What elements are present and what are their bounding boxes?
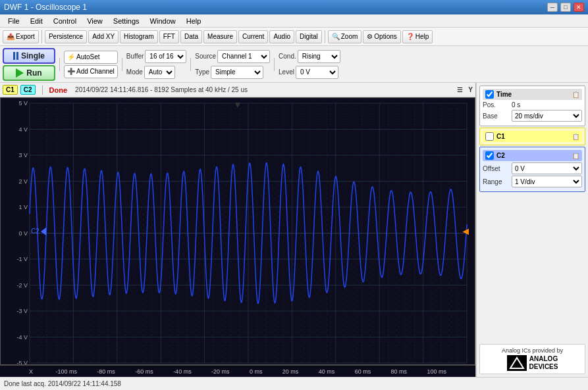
x-label-8: 60 ms	[355, 368, 371, 375]
c1-section: C1 📋	[479, 128, 585, 145]
x-label-0: -100 ms	[55, 368, 77, 375]
mode-select[interactable]: Auto	[144, 66, 175, 79]
time-menu-icon[interactable]: 📋	[572, 91, 579, 98]
x-label-3: -40 ms	[173, 368, 192, 375]
c2-section: C2 📋 Offset 0 V Range 1 V/div	[479, 147, 585, 192]
y-marker: Y	[468, 86, 473, 93]
x-label-4: -20 ms	[211, 368, 230, 375]
type-field: Type Simple	[195, 66, 270, 79]
measure-button[interactable]: Measure	[203, 30, 237, 43]
add-channel-button[interactable]: ➕ Add Channel	[64, 65, 118, 78]
export-icon: 📤	[7, 33, 14, 40]
osc-info: 2014/09/22 14:11:46.816 - 8192 Samples a…	[75, 86, 248, 93]
tb-sep-1	[41, 30, 42, 43]
audio-button[interactable]: Audio	[269, 30, 294, 43]
pos-row: Pos. 0 s	[483, 101, 582, 109]
menu-window[interactable]: Window	[145, 14, 181, 27]
analog-square	[507, 355, 527, 371]
digital-button[interactable]: Digital	[296, 30, 322, 43]
x-label-10: 100 ms	[427, 368, 446, 375]
export-button[interactable]: 📤 Export	[3, 30, 39, 43]
fft-button[interactable]: FFT	[159, 30, 179, 43]
ctrl-sep-1	[59, 58, 60, 71]
status-bar: Done last acq. 2014/09/22 14:11:44.158	[0, 377, 588, 390]
trigger-level-marker: ◄	[460, 226, 471, 237]
run-button[interactable]: Run	[3, 65, 55, 81]
source-type-group: Source Channel 1 Type Simple	[195, 49, 270, 80]
buffer-select[interactable]: 16 of 16	[145, 50, 186, 63]
time-header: Time 📋	[483, 89, 582, 100]
menu-control[interactable]: Control	[48, 14, 82, 27]
tb-sep-2	[325, 30, 325, 43]
status-text: Done last acq. 2014/09/22 14:11:44.158	[4, 380, 121, 387]
c2-checkbox[interactable]	[485, 151, 494, 160]
c1-checkbox[interactable]	[485, 132, 494, 141]
base-select[interactable]: 20 ms/div	[512, 110, 582, 122]
maximize-button[interactable]: □	[560, 3, 571, 12]
mode-field: Mode Auto	[126, 66, 187, 79]
ctrl-sep-3	[190, 58, 191, 71]
histogram-button[interactable]: Histogram	[120, 30, 158, 43]
help-icon: ❓	[406, 33, 414, 40]
menu-help[interactable]: Help	[181, 14, 207, 27]
ch1-badge[interactable]: C1	[3, 85, 18, 95]
autoset-button[interactable]: ⚡ AutoSet	[64, 51, 118, 64]
minimize-button[interactable]: ─	[547, 3, 558, 12]
window-title: DWF 1 - Oscilloscope 1	[4, 3, 87, 12]
play-icon	[16, 68, 24, 78]
options-button[interactable]: ⚙ Options	[363, 30, 400, 43]
analog-brand: ANALOGDEVICES	[483, 355, 582, 371]
osc-panel: C1 C2 Done 2014/09/22 14:11:46.816 - 819…	[0, 83, 476, 377]
menu-edit[interactable]: Edit	[25, 14, 48, 27]
menu-settings[interactable]: Settings	[108, 14, 145, 27]
autoset-icon: ⚡	[67, 53, 75, 61]
menu-view[interactable]: View	[82, 14, 108, 27]
addxy-button[interactable]: Add XY	[88, 30, 119, 43]
cond-field: Cond. Rising	[279, 50, 340, 63]
data-button[interactable]: Data	[180, 30, 202, 43]
analog-logo-svg	[509, 356, 525, 370]
source-select[interactable]: Channel 1	[217, 50, 270, 63]
x-label-5: 0 ms	[250, 368, 263, 375]
cond-level-group: Cond. Rising Level 0 V	[279, 49, 340, 80]
osc-menu-icon[interactable]: ☰	[457, 86, 463, 93]
close-button[interactable]: ✕	[574, 3, 584, 12]
osc-canvas-wrap[interactable]: ▼ C2 ◄	[0, 97, 475, 365]
x-label-9: 80 ms	[391, 368, 408, 375]
offset-select[interactable]: 0 V	[512, 162, 582, 174]
range-select[interactable]: 1 V/div	[512, 176, 582, 187]
single-button[interactable]: Single	[3, 48, 55, 64]
buffer-mode-group: Buffer 16 of 16 Mode Auto	[126, 49, 187, 80]
toolbar: 📤 Export Persistence Add XY Histogram FF…	[0, 28, 588, 46]
zoom-button[interactable]: 🔍 Zoom	[328, 30, 362, 43]
c2-menu-icon[interactable]: 📋	[572, 153, 579, 159]
persistence-button[interactable]: Persistence	[45, 30, 87, 43]
help-button[interactable]: ❓ Help	[402, 30, 433, 43]
base-row: Base 20 ms/div	[483, 110, 582, 122]
c1-menu-icon[interactable]: 📋	[572, 134, 579, 140]
type-select[interactable]: Simple	[211, 66, 263, 79]
level-select[interactable]: 0 V	[296, 66, 338, 79]
buffer-field: Buffer 16 of 16	[126, 50, 187, 63]
main-area: C1 C2 Done 2014/09/22 14:11:46.816 - 819…	[0, 83, 588, 377]
ch2-badge[interactable]: C2	[20, 85, 36, 95]
brand-text: ANALOGDEVICES	[529, 355, 558, 371]
c1-header: C1 📋	[483, 131, 582, 142]
ctrl-sep-2	[122, 58, 122, 71]
trigger-marker: ▼	[233, 99, 242, 110]
analog-logo: Analog ICs provided by ANALOGDEVICES	[479, 344, 585, 374]
add-icon: ➕	[67, 68, 75, 75]
title-bar: DWF 1 - Oscilloscope 1 ─ □ ✕	[0, 0, 588, 14]
oscilloscope-canvas	[1, 98, 475, 365]
current-button[interactable]: Current	[238, 30, 268, 43]
x-label-7: 40 ms	[319, 368, 335, 375]
time-checkbox[interactable]	[485, 90, 494, 99]
pause-icon	[13, 52, 18, 60]
x-label-1: -80 ms	[97, 368, 115, 375]
header-sep	[42, 85, 43, 95]
x-label-6: 20 ms	[282, 368, 299, 375]
menu-file[interactable]: File	[3, 14, 25, 27]
autoset-group: ⚡ AutoSet ➕ Add Channel	[64, 51, 118, 78]
c2-label: C2	[31, 228, 46, 235]
cond-select[interactable]: Rising	[298, 50, 340, 63]
